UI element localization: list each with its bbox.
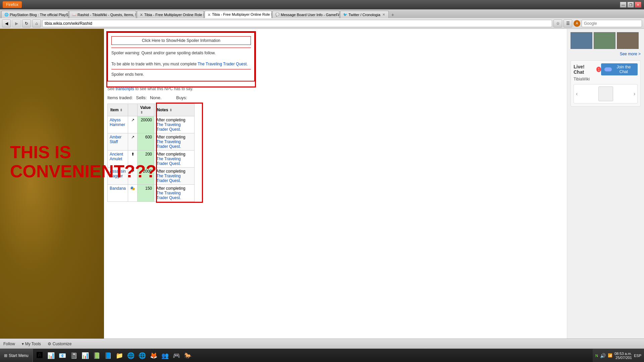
spoiler-end-text: Spoiler ends here. [111, 71, 251, 77]
spoiler-toggle-button[interactable]: Click Here to Show/Hide Spoiler Informat… [111, 36, 251, 45]
traveling-trader-quest-link[interactable]: The Traveling Trader Quest [198, 62, 247, 66]
meme-text-line1: THIS IS [10, 143, 156, 162]
col-header-notes[interactable]: Notes ⇕ [154, 104, 195, 116]
quest-link-1[interactable]: The Traveling Trader Quest. [156, 122, 181, 132]
chat-prev-button[interactable]: ‹ [576, 91, 578, 97]
taskbar-icon-12[interactable]: 👥 [160, 350, 170, 361]
tab-rashid[interactable]: 📖 Rashid - TibiaWiki - Quests, Items, Sp… [69, 11, 136, 18]
join-chat-button[interactable]: Join the Chat [601, 63, 638, 75]
quest-link-3[interactable]: The Traveling Trader Quest. [156, 157, 181, 166]
minimize-button[interactable]: — [620, 2, 627, 8]
my-tools-label: My Tools [25, 342, 41, 346]
see-more-link[interactable]: See more > [571, 52, 641, 56]
volume-icon[interactable]: 🔊 [600, 353, 606, 358]
tab-gamefaqs-favicon: 💬 [275, 13, 279, 16]
table-row: Bandana 🎭 150 After completing The Trave… [108, 185, 195, 202]
col-header-item[interactable]: Item ⇕ [108, 104, 128, 116]
transcripts-link[interactable]: transcripts [116, 86, 134, 91]
bottom-bar: Follow ▾ My Tools ⚙ Customize [0, 339, 644, 349]
item-abyss-hammer-link[interactable]: Abyss Hammer [110, 118, 125, 127]
customize-button[interactable]: ⚙ Customize [48, 342, 72, 346]
taskbar-icon-11[interactable]: 🦊 [148, 350, 159, 361]
taskbar-icon-13[interactable]: 🎮 [171, 350, 182, 361]
notes-cell: After completing The Traveling Trader Qu… [154, 150, 195, 168]
url-bar[interactable] [42, 20, 552, 27]
bookmark-button[interactable]: ☆ [553, 19, 562, 27]
col-header-value[interactable]: Value ⇕ [138, 104, 154, 116]
menu-button[interactable]: ☰ [564, 19, 572, 27]
quest-link-5[interactable]: The Traveling Trader Quest. [156, 191, 181, 200]
buys-label: Buys: [176, 95, 187, 100]
item-name-cell: Bandana [108, 185, 128, 202]
tab-twitter-label: Twitter / Cronologia [348, 13, 380, 17]
taskbar-icon-6[interactable]: 📗 [91, 350, 102, 361]
tab-twitter-favicon: 🐦 [343, 13, 347, 16]
taskbar-icon-5[interactable]: 📊 [80, 350, 91, 361]
taskbar-icon-14[interactable]: 🐎 [182, 350, 193, 361]
spoiler-trade-text: To be able to trade with him, you must c… [111, 61, 251, 67]
page-content: THIS IS CONVENIENT??? Click Here to Show… [0, 29, 644, 339]
start-menu-button[interactable]: ⊞ Start Menu [0, 349, 33, 362]
gear-icon: ⚙ [48, 342, 51, 346]
item-bandana-link[interactable]: Bandana [110, 186, 126, 191]
spoiler-divider-top [111, 48, 251, 48]
value-cell: 20000 [138, 116, 154, 133]
right-sidebar: See more > Live! Chat 1 Join the Chat Ti… [567, 29, 644, 339]
chat-next-button[interactable]: › [634, 91, 635, 97]
taskbar-icon-3[interactable]: 📧 [57, 350, 68, 361]
tab-gamefaqs[interactable]: 💬 Message Board User Info - GameFAQs ✕ [272, 11, 339, 18]
sidebar-img-2 [594, 32, 615, 49]
window-controls: — ❐ ✕ [620, 2, 641, 8]
tab-tibia2[interactable]: ⚔ Tibia - Free Multiplayer Online Role P… [205, 11, 272, 18]
start-label: Start Menu [9, 353, 29, 358]
close-button[interactable]: ✕ [635, 2, 641, 8]
reload-button[interactable]: ↻ [22, 19, 31, 27]
items-section: Items traded: Sells: None. Buys: [107, 95, 560, 100]
quest-link-2[interactable]: The Traveling Trader Quest. [156, 139, 181, 149]
taskbar-icon-7[interactable]: 📘 [103, 350, 113, 361]
meme-text: THIS IS CONVENIENT??? [10, 143, 156, 181]
taskbar-icon-1[interactable]: 🅰 [34, 350, 45, 361]
forward-button[interactable]: ▶ [12, 19, 21, 27]
tab-tibia1[interactable]: ⚔ Tibia - Free Multiplayer Online Role P… [137, 11, 204, 18]
tab-twitter[interactable]: 🐦 Twitter / Cronologia ✕ [340, 11, 389, 18]
taskbar-icon-2[interactable]: 📊 [46, 350, 56, 361]
customize-label: Customize [53, 342, 72, 346]
notes-cell: After completing The Traveling Trader Qu… [154, 133, 195, 150]
back-button[interactable]: ◀ [2, 19, 11, 27]
notes-cell: After completing The Traveling Trader Qu… [154, 116, 195, 133]
start-icon: ⊞ [4, 353, 7, 358]
tab-tibia1-label: Tibia - Free Multiplayer Online Role P..… [144, 13, 204, 17]
taskbar-icon-9[interactable]: 🌐 [125, 350, 136, 361]
home-button[interactable]: ⌂ [32, 19, 41, 27]
taskbar-icon-8[interactable]: 📁 [114, 350, 125, 361]
taskbar-icon-10[interactable]: 🌐 [137, 350, 148, 361]
addon-icon[interactable]: A [574, 20, 580, 27]
firefox-menu-button[interactable]: Firefox [3, 1, 22, 8]
spoiler-box: Click Here to Show/Hide Spoiler Informat… [107, 32, 255, 81]
clock-time: 08:53 a.m. [614, 352, 632, 356]
follow-label: Follow [3, 342, 15, 346]
title-bar: Firefox — ❐ ✕ [0, 0, 644, 9]
tab-gamefaqs-label: Message Board User Info - GameFAQs [281, 13, 339, 17]
table-row: Abyss Hammer ↗ 20000 After completing Th… [108, 116, 195, 133]
notes-cell: After completing The Traveling Trader Qu… [154, 168, 195, 185]
taskbar-icon-4[interactable]: 📓 [68, 350, 79, 361]
chat-badge: 1 [596, 67, 601, 72]
live-chat-header: Live! Chat 1 Join the Chat [574, 63, 638, 75]
clock-date: 25/07/201 [614, 356, 632, 360]
my-tools-button[interactable]: ▾ My Tools [22, 342, 41, 346]
sidebar-img-1 [571, 32, 592, 49]
follow-button[interactable]: Follow [3, 342, 15, 346]
new-tab-button[interactable]: + [389, 11, 396, 18]
tab-twitter-close[interactable]: ✕ [382, 13, 386, 16]
live-chat-title: Live! Chat [574, 64, 594, 75]
item-icon-cell: 🎭 [128, 185, 138, 202]
restore-button[interactable]: ❐ [627, 2, 634, 8]
quest-link-4[interactable]: The Traveling Trader Quest. [156, 174, 181, 183]
tab-psn-label: PlayStation Blog : The official PlaySta.… [10, 13, 68, 17]
tab-tibia1-favicon: ⚔ [140, 13, 143, 16]
tab-psn[interactable]: 🌐 PlayStation Blog : The official PlaySt… [1, 11, 68, 18]
col-header-icon [128, 104, 138, 116]
search-input[interactable] [582, 20, 642, 27]
